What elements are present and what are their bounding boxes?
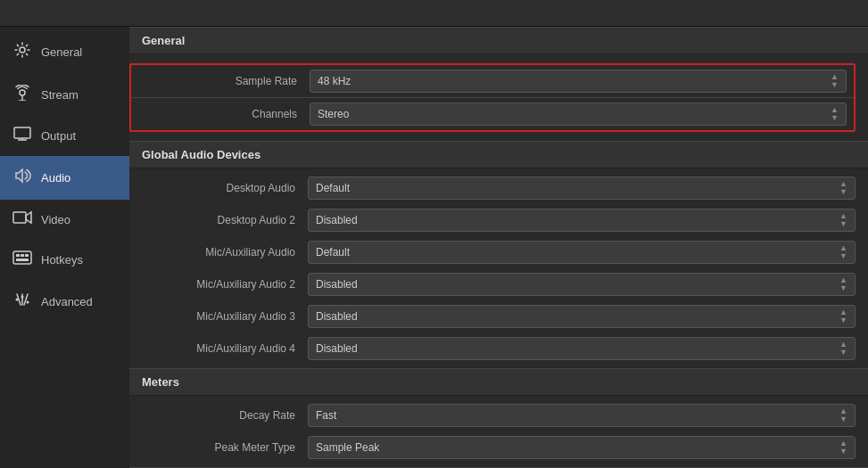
sidebar-item-audio[interactable]: Audio xyxy=(0,156,129,200)
svg-point-1 xyxy=(20,90,25,95)
spinner-arrows: ▲▼ xyxy=(839,276,847,292)
dropdown-value: Sample Peak xyxy=(316,441,379,454)
spinner-arrows: ▲▼ xyxy=(839,180,847,196)
setting-label: Mic/Auxiliary Audio 3 xyxy=(129,310,308,323)
spinner-arrows: ▲▼ xyxy=(839,244,847,260)
setting-label: Mic/Auxiliary Audio xyxy=(129,246,308,259)
setting-label: Channels xyxy=(131,108,310,120)
main-layout: General Stream Output Audio Video Hotkey… xyxy=(0,27,868,468)
dropdown-mic-auxiliary-audio[interactable]: Default▲▼ xyxy=(308,241,856,264)
dropdown-value: 48 kHz xyxy=(318,75,351,87)
spinner-arrows: ▲▼ xyxy=(831,106,839,122)
setting-label: Decay Rate xyxy=(129,409,308,422)
svg-rect-10 xyxy=(21,254,24,257)
dropdown-channels[interactable]: Stereo▲▼ xyxy=(310,103,847,126)
general-icon xyxy=(12,41,32,63)
setting-control: Disabled▲▼ xyxy=(308,209,856,232)
setting-row-mic-auxiliary-audio-4: Mic/Auxiliary Audio 4Disabled▲▼ xyxy=(129,333,868,365)
sidebar-label-video: Video xyxy=(41,213,70,226)
setting-label: Mic/Auxiliary Audio 2 xyxy=(129,278,308,291)
output-icon xyxy=(12,127,32,145)
dropdown-mic-auxiliary-audio-4[interactable]: Disabled▲▼ xyxy=(308,337,856,360)
sidebar-label-hotkeys: Hotkeys xyxy=(41,253,83,267)
setting-row-sample-rate: Sample Rate48 kHz▲▼ xyxy=(131,65,854,98)
sidebar-item-advanced[interactable]: Advanced xyxy=(0,280,129,324)
svg-point-15 xyxy=(27,301,29,304)
sidebar-label-advanced: Advanced xyxy=(41,295,93,308)
dropdown-value: Disabled xyxy=(316,310,358,323)
dropdown-peak-meter-type[interactable]: Sample Peak▲▼ xyxy=(308,436,856,459)
stream-icon xyxy=(12,85,32,105)
dropdown-value: Disabled xyxy=(316,278,358,291)
content-area: GeneralSample Rate48 kHz▲▼ChannelsStereo… xyxy=(129,27,868,468)
dropdown-value: Fast xyxy=(316,409,336,422)
dropdown-value: Default xyxy=(316,182,350,194)
hotkeys-icon xyxy=(12,250,32,269)
setting-row-mic-auxiliary-audio: Mic/Auxiliary AudioDefault▲▼ xyxy=(129,236,868,268)
video-icon xyxy=(12,210,32,229)
highlighted-settings-group: Sample Rate48 kHz▲▼ChannelsStereo▲▼ xyxy=(129,63,856,132)
dropdown-desktop-audio-2[interactable]: Disabled▲▼ xyxy=(308,209,856,232)
titlebar xyxy=(0,0,868,27)
sidebar-label-general: General xyxy=(41,45,82,59)
setting-control: Disabled▲▼ xyxy=(308,337,856,360)
setting-row-channels: ChannelsStereo▲▼ xyxy=(131,98,854,130)
sidebar-item-output[interactable]: Output xyxy=(0,116,129,156)
sidebar-label-audio: Audio xyxy=(41,171,70,185)
setting-control: Sample Peak▲▼ xyxy=(308,436,856,459)
setting-label: Mic/Auxiliary Audio 4 xyxy=(129,342,308,355)
setting-label: Peak Meter Type xyxy=(129,441,308,454)
dropdown-value: Disabled xyxy=(316,342,358,355)
section-block-meters: Decay RateFast▲▼Peak Meter TypeSample Pe… xyxy=(129,396,868,467)
svg-rect-4 xyxy=(14,127,30,138)
spinner-arrows: ▲▼ xyxy=(839,341,847,357)
sidebar-item-stream[interactable]: Stream xyxy=(0,74,129,116)
setting-control: Stereo▲▼ xyxy=(310,103,847,126)
setting-row-desktop-audio: Desktop AudioDefault▲▼ xyxy=(129,172,868,204)
section-block-global-audio-devices: Desktop AudioDefault▲▼Desktop Audio 2Dis… xyxy=(129,168,868,368)
sidebar-label-stream: Stream xyxy=(41,88,79,102)
svg-rect-7 xyxy=(13,212,26,223)
setting-row-desktop-audio-2: Desktop Audio 2Disabled▲▼ xyxy=(129,204,868,236)
setting-control: Fast▲▼ xyxy=(308,404,856,427)
svg-rect-9 xyxy=(16,254,20,257)
spinner-arrows: ▲▼ xyxy=(839,439,847,456)
sidebar-item-hotkeys[interactable]: Hotkeys xyxy=(0,240,129,280)
advanced-icon xyxy=(12,291,32,313)
setting-row-mic-auxiliary-audio-3: Mic/Auxiliary Audio 3Disabled▲▼ xyxy=(129,300,868,333)
sidebar-item-general[interactable]: General xyxy=(0,30,129,74)
svg-point-13 xyxy=(16,299,19,301)
setting-label: Desktop Audio xyxy=(129,182,308,194)
svg-rect-8 xyxy=(13,251,31,264)
setting-row-mic-auxiliary-audio-2: Mic/Auxiliary Audio 2Disabled▲▼ xyxy=(129,268,868,300)
dropdown-decay-rate[interactable]: Fast▲▼ xyxy=(308,404,856,427)
setting-control: Disabled▲▼ xyxy=(308,305,856,328)
setting-row-peak-meter-type: Peak Meter TypeSample Peak▲▼ xyxy=(129,431,868,464)
setting-label: Sample Rate xyxy=(131,75,310,87)
svg-rect-12 xyxy=(16,259,29,261)
section-block-general: Sample Rate48 kHz▲▼ChannelsStereo▲▼ xyxy=(129,54,868,141)
spinner-arrows: ▲▼ xyxy=(839,212,847,228)
svg-point-0 xyxy=(20,47,25,53)
dropdown-value: Default xyxy=(316,246,350,259)
dropdown-mic-auxiliary-audio-2[interactable]: Disabled▲▼ xyxy=(308,273,856,296)
dropdown-desktop-audio[interactable]: Default▲▼ xyxy=(308,177,856,200)
audio-icon xyxy=(12,167,32,189)
setting-control: Disabled▲▼ xyxy=(308,273,856,296)
dropdown-sample-rate[interactable]: 48 kHz▲▼ xyxy=(310,70,847,93)
sidebar-item-video[interactable]: Video xyxy=(0,200,129,240)
setting-control: Default▲▼ xyxy=(308,177,856,200)
section-header-general: General xyxy=(129,27,868,54)
setting-label: Desktop Audio 2 xyxy=(129,214,308,226)
setting-row-decay-rate: Decay RateFast▲▼ xyxy=(129,399,868,431)
spinner-arrows: ▲▼ xyxy=(839,308,847,324)
dropdown-value: Stereo xyxy=(318,108,349,120)
dropdown-value: Disabled xyxy=(316,214,358,226)
spinner-arrows: ▲▼ xyxy=(839,407,847,423)
section-header-meters: Meters xyxy=(129,368,868,396)
sidebar: General Stream Output Audio Video Hotkey… xyxy=(0,27,129,468)
sidebar-label-output: Output xyxy=(41,129,76,143)
setting-control: Default▲▼ xyxy=(308,241,856,264)
setting-control: 48 kHz▲▼ xyxy=(310,70,847,93)
dropdown-mic-auxiliary-audio-3[interactable]: Disabled▲▼ xyxy=(308,305,856,328)
